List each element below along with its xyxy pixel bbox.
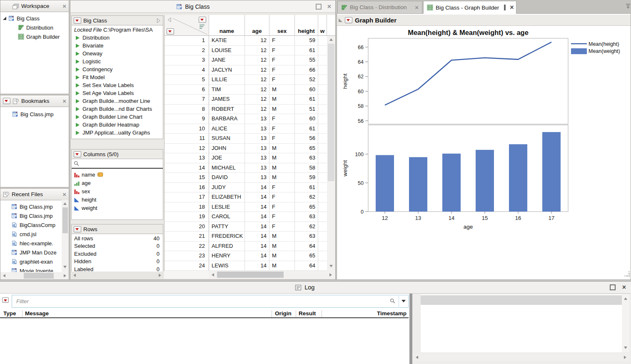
table-row[interactable]: 10ALICE13F61 — [165, 124, 327, 134]
scrollbar-thumb[interactable] — [328, 44, 334, 181]
data-cell[interactable]: 14 — [245, 232, 269, 242]
run-script-icon[interactable] — [76, 83, 80, 87]
red-triangle-menu-icon[interactable] — [74, 151, 81, 157]
data-cell[interactable]: JOE — [209, 153, 245, 163]
data-cell[interactable]: M — [269, 232, 295, 242]
rows-stat-item[interactable]: Excluded0 — [72, 250, 163, 258]
data-cell[interactable]: BARBARA — [209, 114, 245, 124]
grid-column-header[interactable]: sex — [269, 15, 295, 36]
data-cell[interactable]: SUSAN — [209, 134, 245, 144]
data-cell[interactable]: F — [269, 124, 295, 134]
data-cell[interactable]: 60 — [295, 85, 318, 95]
row-number-cell[interactable]: 20 — [165, 222, 209, 232]
data-cell[interactable]: F — [269, 212, 295, 222]
data-cell[interactable]: M — [269, 163, 295, 173]
data-cell[interactable] — [318, 36, 327, 46]
data-cell[interactable]: 12 — [245, 105, 269, 115]
data-cell[interactable] — [318, 232, 327, 242]
grid-column-header[interactable]: height — [295, 15, 318, 36]
data-cell[interactable]: 64 — [295, 261, 318, 271]
data-cell[interactable]: MICHAEL — [209, 163, 245, 173]
close-icon[interactable]: × — [62, 191, 66, 197]
data-cell[interactable]: 60 — [295, 114, 318, 124]
scrollbar-thumb[interactable] — [24, 273, 54, 279]
rows-stat-item[interactable]: Hidden0 — [72, 258, 163, 266]
table-script-item[interactable]: Distribution — [72, 34, 163, 42]
data-cell[interactable]: 13 — [245, 173, 269, 183]
data-cell[interactable]: 12 — [245, 85, 269, 95]
table-row[interactable]: 4JACLYN12F66 — [165, 65, 327, 75]
table-row[interactable]: 16JUDY14F61 — [165, 183, 327, 193]
data-cell[interactable]: 14 — [245, 202, 269, 212]
data-cell[interactable]: ALICE — [209, 124, 245, 134]
data-cell[interactable]: 59 — [295, 173, 318, 183]
scroll-down-icon[interactable] — [329, 265, 333, 267]
row-number-cell[interactable]: 9 — [165, 114, 209, 124]
recent-file-item[interactable]: cmd.jsl — [0, 229, 61, 239]
red-triangle-menu-icon[interactable] — [167, 28, 174, 35]
data-cell[interactable] — [318, 85, 327, 95]
data-cell[interactable]: 13 — [245, 114, 269, 124]
log-hscrollbar[interactable] — [412, 354, 629, 361]
recent-files-hscrollbar[interactable] — [0, 272, 69, 279]
table-script-item[interactable]: Graph Builde...nd Bar Charts — [72, 105, 163, 113]
log-column-header-message[interactable]: Message — [25, 310, 150, 317]
scrollbar-thumb[interactable] — [62, 207, 68, 233]
data-table-titlebar[interactable]: Big Class × — [70, 0, 335, 13]
row-number-cell[interactable]: 16 — [165, 183, 209, 193]
run-script-icon[interactable] — [76, 107, 80, 111]
data-cell[interactable]: 65 — [295, 251, 318, 261]
data-cell[interactable] — [318, 144, 327, 154]
log-column-header-result[interactable]: Result — [299, 310, 319, 317]
data-cell[interactable]: 14 — [245, 261, 269, 271]
run-script-icon[interactable] — [76, 99, 80, 103]
table-row[interactable]: 9BARBARA13F60 — [165, 114, 327, 124]
data-cell[interactable]: LILLIE — [209, 75, 245, 85]
scroll-right-icon[interactable] — [159, 274, 161, 277]
recent-files-vscrollbar[interactable] — [62, 200, 69, 272]
data-cell[interactable] — [318, 153, 327, 163]
legend-entry-height[interactable]: Mean(height) — [589, 41, 619, 47]
data-cell[interactable]: 12 — [245, 65, 269, 75]
data-cell[interactable]: 63 — [295, 232, 318, 242]
data-cell[interactable]: PATTY — [209, 222, 245, 232]
data-cell[interactable]: F — [269, 192, 295, 202]
table-row[interactable]: 8ROBERT12M51 — [165, 105, 327, 115]
log-filter-input[interactable] — [12, 295, 409, 308]
data-cell[interactable]: 61 — [295, 46, 318, 56]
data-cell[interactable] — [318, 251, 327, 261]
row-number-cell[interactable]: 6 — [165, 85, 209, 95]
data-cell[interactable] — [318, 114, 327, 124]
mean-height-line[interactable] — [385, 42, 551, 105]
data-cell[interactable]: JUDY — [209, 183, 245, 193]
scroll-down-icon[interactable] — [63, 266, 67, 268]
data-cell[interactable]: 13 — [245, 163, 269, 173]
run-script-icon[interactable] — [76, 115, 80, 119]
row-number-cell[interactable]: 23 — [165, 251, 209, 261]
resize-grip-icon[interactable] — [624, 271, 630, 277]
scroll-up-icon[interactable] — [624, 297, 627, 300]
row-number-cell[interactable]: 22 — [165, 242, 209, 252]
data-cell[interactable]: 61 — [295, 95, 318, 105]
table-script-item[interactable]: Set Sex Value Labels — [72, 81, 163, 89]
data-cell[interactable]: 55 — [295, 55, 318, 65]
chevron-right-icon[interactable] — [157, 18, 161, 23]
data-cell[interactable] — [318, 192, 327, 202]
data-cell[interactable]: M — [269, 251, 295, 261]
log-vscrollbar[interactable] — [622, 294, 629, 352]
data-cell[interactable]: F — [269, 202, 295, 212]
column-list-item[interactable]: age — [72, 179, 163, 187]
data-cell[interactable]: 63 — [295, 153, 318, 163]
columns-search-box[interactable] — [72, 159, 163, 169]
run-script-icon[interactable] — [76, 60, 80, 64]
data-cell[interactable]: 14 — [245, 212, 269, 222]
data-cell[interactable]: JOHN — [209, 144, 245, 154]
table-row[interactable]: 21FREDERICK14M63 — [165, 232, 327, 242]
scroll-down-icon[interactable] — [624, 347, 627, 349]
table-script-item[interactable]: Logistic — [72, 57, 163, 65]
data-cell[interactable]: 12 — [245, 46, 269, 56]
data-cell[interactable]: 56 — [295, 134, 318, 144]
maximize-icon[interactable] — [504, 5, 506, 10]
red-triangle-menu-icon[interactable] — [199, 17, 206, 23]
collapse-left-icon[interactable] — [167, 17, 172, 22]
